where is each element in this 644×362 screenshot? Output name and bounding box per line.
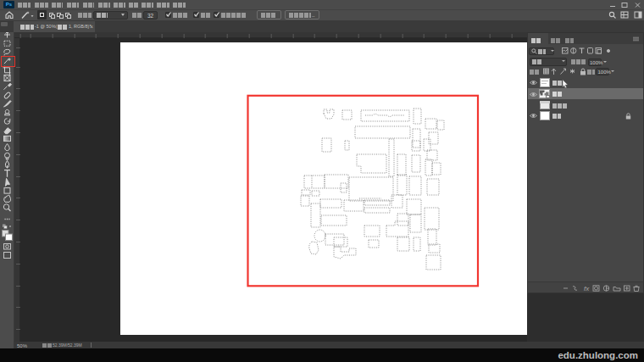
svg-text:fx: fx [584,285,590,292]
